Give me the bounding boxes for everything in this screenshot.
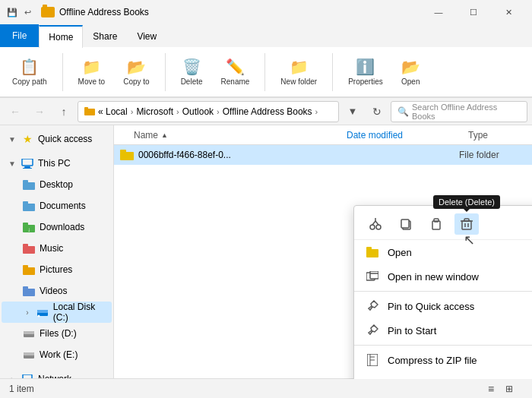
context-menu-compress-zip[interactable]: Compress to ZIP file [354,348,532,372]
maximize-button[interactable]: ☐ [456,0,491,24]
pc-icon [21,157,33,169]
sidebar-item-files-d[interactable]: Files (D:) [2,323,112,344]
expand-icon-pc: ▼ [8,159,17,168]
sidebar-item-videos[interactable]: Videos [2,280,112,302]
sidebar-label-this-pc: This PC [38,158,71,169]
toolbar-cut-button[interactable] [363,213,388,235]
content-area: Name ▲ Date modified Type 0006bffd-f466-… [114,125,532,379]
ribbon-new-folder[interactable]: 📁 New folder [274,55,323,89]
tab-share[interactable]: Share [83,24,127,47]
svg-line-36 [375,221,378,225]
compress-zip-label: Compress to ZIP file [388,355,532,366]
pin-start-label: Pin to Start [388,325,532,336]
svg-rect-3 [24,166,30,168]
sidebar-label-work-e: Work (E:) [40,349,78,360]
refresh-button[interactable]: ↻ [366,101,388,122]
sidebar-item-music[interactable]: Music [2,238,112,259]
svg-rect-12 [23,246,35,254]
ribbon-move-to[interactable]: 📁 Move to [72,55,112,89]
tab-view[interactable]: View [127,24,166,47]
svg-rect-15 [23,265,28,268]
tab-home[interactable]: Home [39,25,83,48]
undo-icon[interactable]: ↩ [21,6,33,18]
ribbon-rename[interactable]: ✏️ Rename [215,55,256,89]
ribbon-open[interactable]: 📂 Open [395,55,426,89]
tab-file[interactable]: File [0,24,39,47]
path-segment-microsoft: Microsoft [136,106,173,117]
forward-button[interactable]: → [29,101,50,122]
open-new-window-label: Open in new window [388,271,532,283]
path-folder-icon [84,107,95,115]
context-menu-pin-start[interactable]: Pin to Start [354,318,532,343]
ribbon-tabs: File Home Share View [0,24,532,47]
star-icon: ★ [21,133,33,145]
sidebar-item-desktop[interactable]: Desktop [2,174,112,195]
sidebar-item-local-disk-c[interactable]: › Local Disk (C:) [2,302,112,323]
delete-icon [461,218,473,230]
sidebar-item-work-e[interactable]: Work (E:) [2,344,112,365]
svg-rect-41 [434,219,439,222]
svg-rect-17 [23,286,28,289]
folder-videos-icon [23,285,35,297]
path-segment-outlook: Outlook [182,106,214,117]
ribbon-properties[interactable]: ℹ️ Properties [342,55,389,89]
search-box[interactable]: 🔍 Search Offline Address Books [391,101,527,122]
svg-rect-48 [366,247,372,250]
grid-view-button[interactable]: ⊞ [502,383,517,395]
divider-1 [354,291,532,292]
context-menu-pin-quick-access[interactable]: Pin to Quick access [354,294,532,318]
context-menu-open[interactable]: Open Enter [354,240,532,264]
window-new-icon [366,270,378,283]
disk-c-icon [36,306,49,318]
sidebar-item-pictures[interactable]: Pictures [2,259,112,280]
svg-point-33 [370,225,375,229]
column-date-modified[interactable]: Date modified [347,130,468,141]
pin-icon [366,300,378,312]
column-type[interactable]: Type [468,130,526,141]
toolbar-paste-button[interactable] [424,213,448,235]
sidebar-item-downloads[interactable]: ↓ Downloads [2,216,112,238]
ribbon-copy-path[interactable]: 📋 Copy path [6,55,53,89]
sidebar-item-documents[interactable]: Documents [2,195,112,216]
main-layout: ▼ ★ Quick access ▼ This PC Desktop [0,125,532,379]
svg-rect-50 [370,271,378,279]
sidebar-item-this-pc[interactable]: ▼ This PC [2,153,112,174]
title-bar: 💾 ↩ Offline Address Books — ☐ ✕ [0,0,532,24]
sidebar-label-local-disk-c: Local Disk (C:) [53,302,112,323]
save-icon[interactable]: 💾 [6,6,18,18]
sidebar-item-quick-access[interactable]: ▼ ★ Quick access [2,128,112,150]
svg-rect-5 [23,182,35,190]
folder-pictures-icon [23,264,35,276]
file-folder-icon [120,149,134,161]
sidebar-label-documents: Documents [40,201,86,211]
address-dropdown[interactable]: ▼ [342,101,363,122]
toolbar-delete-button[interactable]: Delete (Delete) ↖ [454,213,479,235]
window-controls: — ☐ ✕ [421,0,526,24]
up-button[interactable]: ↑ [53,101,74,122]
close-button[interactable]: ✕ [491,0,526,24]
context-menu-open-new-window[interactable]: Open in new window [354,264,532,289]
column-name[interactable]: Name ▲ [134,130,347,141]
status-bar: 1 item ≡ ⊞ [0,378,532,398]
file-type: File folder [459,150,526,160]
status-text: 1 item [9,384,34,394]
address-bar: ← → ↑ « Local › Microsoft › Outlook › Of… [0,98,532,125]
toolbar-copy-button[interactable] [394,213,418,235]
list-view-button[interactable]: ≡ [483,383,499,395]
address-path[interactable]: « Local › Microsoft › Outlook › Offline … [78,101,339,122]
ribbon-copy-to[interactable]: 📂 Copy to [117,55,155,89]
sidebar-item-network[interactable]: › Network [2,368,112,379]
svg-rect-19 [37,310,48,313]
folder-downloads-icon: ↓ [23,221,35,233]
back-button[interactable]: ← [5,101,26,122]
cut-icon [369,218,382,230]
svg-rect-16 [23,289,35,296]
context-menu-copy-path[interactable]: Copy as path [354,372,532,379]
table-row[interactable]: 0006bffd-f466-88ef-0... File folder [114,145,532,165]
svg-rect-0 [84,109,95,115]
delete-tooltip: Delete (Delete) [433,195,500,209]
ribbon-delete[interactable]: 🗑️ Delete [175,55,209,89]
divider-2 [354,345,532,346]
context-toolbar: Delete (Delete) ↖ [354,209,532,240]
minimize-button[interactable]: — [421,0,456,24]
